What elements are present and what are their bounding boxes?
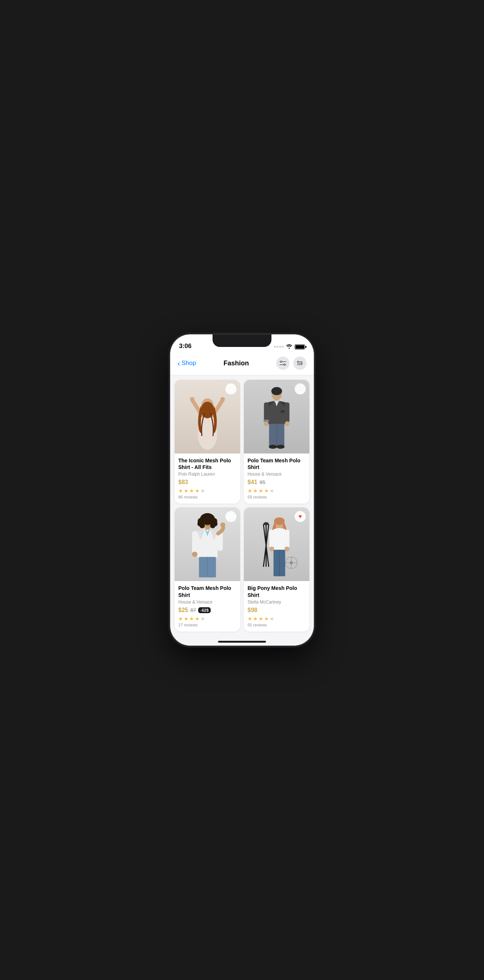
home-indicator bbox=[218, 641, 266, 643]
svg-point-14 bbox=[190, 397, 195, 401]
svg-rect-20 bbox=[264, 402, 268, 423]
svg-point-16 bbox=[201, 402, 214, 418]
star-1-1: ★ bbox=[178, 488, 183, 494]
star-3-3: ★ bbox=[189, 616, 194, 622]
product-image-3: ♡ bbox=[175, 508, 240, 581]
wifi-icon bbox=[286, 344, 292, 350]
product-name-3: Polo Team Mesh Polo Shirt bbox=[178, 585, 236, 598]
star-3-2: ★ bbox=[184, 616, 189, 622]
star-3-4: ★ bbox=[195, 616, 200, 622]
star-2-1: ★ bbox=[248, 488, 252, 494]
product-card-1[interactable]: ♡ The Iconic Mesh Polo Shirt - All Fits … bbox=[175, 380, 240, 504]
discount-badge-3: -62$ bbox=[198, 607, 211, 613]
product-name-4: Big Pony Mesh Polo Shirt bbox=[248, 585, 306, 598]
heart-empty-icon-3: ♡ bbox=[229, 513, 233, 520]
product-info-3: Polo Team Mesh Polo Shirt House & Versac… bbox=[175, 581, 240, 631]
svg-point-1 bbox=[284, 364, 285, 365]
stars-row-2: ★ ★ ★ ★ ★ bbox=[248, 488, 306, 494]
stars-row-3: ★ ★ ★ ★ ★ bbox=[178, 616, 236, 622]
price-current-2: $41 bbox=[248, 479, 257, 485]
signal-icon bbox=[274, 346, 284, 348]
svg-point-26 bbox=[269, 445, 277, 449]
product-card-3[interactable]: ♡ Polo Team Mesh Polo Shirt House & Vers… bbox=[175, 508, 240, 631]
svg-point-48 bbox=[263, 522, 268, 526]
star-3-1: ★ bbox=[178, 616, 183, 622]
svg-point-57 bbox=[269, 547, 274, 552]
svg-point-22 bbox=[264, 421, 268, 426]
svg-rect-55 bbox=[269, 530, 274, 548]
product-brand-2: House & Versace bbox=[248, 472, 306, 477]
stars-row-1: ★ ★ ★ ★ ★ bbox=[178, 488, 236, 494]
product-brand-1: Polo Ralph Lauren bbox=[178, 472, 236, 477]
svg-point-0 bbox=[280, 361, 282, 363]
product-name-1: The Iconic Mesh Polo Shirt - All Fits bbox=[178, 457, 236, 471]
svg-point-54 bbox=[274, 518, 285, 525]
star-2-3: ★ bbox=[259, 488, 263, 494]
product-card-2[interactable]: ♡ Polo Team Mesh Polo Shirt House & Vers… bbox=[244, 380, 309, 504]
product-info-2: Polo Team Mesh Polo Shirt House & Versac… bbox=[244, 453, 309, 504]
battery-icon bbox=[295, 344, 305, 350]
svg-point-58 bbox=[285, 547, 289, 552]
svg-rect-39 bbox=[192, 531, 197, 554]
reviews-count-4: 55 reviews bbox=[248, 623, 306, 627]
reviews-count-3: 27 reviews bbox=[178, 623, 236, 627]
star-4-5: ★ bbox=[270, 616, 275, 622]
product-info-4: Big Pony Mesh Polo Shirt Stella McCartne… bbox=[244, 581, 309, 631]
page-title: Fashion bbox=[196, 360, 276, 367]
favorite-btn-1[interactable]: ♡ bbox=[225, 383, 236, 395]
price-current-4: $98 bbox=[248, 607, 257, 614]
back-label: Shop bbox=[182, 360, 196, 367]
price-original-2: 85 bbox=[260, 479, 266, 485]
star-4-2: ★ bbox=[253, 616, 258, 622]
status-icons bbox=[274, 344, 305, 350]
favorite-btn-2[interactable]: ♡ bbox=[295, 383, 306, 395]
star-1-5: ★ bbox=[200, 488, 205, 494]
svg-point-41 bbox=[192, 552, 197, 557]
star-1-4: ★ bbox=[195, 488, 200, 494]
back-button[interactable]: ‹ Shop bbox=[178, 360, 196, 367]
reviews-count-1: 86 reviews bbox=[178, 495, 236, 499]
svg-rect-21 bbox=[285, 402, 289, 423]
price-row-4: $98 bbox=[248, 607, 306, 614]
chevron-left-icon: ‹ bbox=[178, 360, 180, 367]
product-card-4[interactable]: ♥ Big Pony Mesh Polo Shirt Stella McCart… bbox=[244, 508, 309, 631]
product-info-1: The Iconic Mesh Polo Shirt - All Fits Po… bbox=[175, 453, 240, 504]
price-original-3: 87 bbox=[190, 607, 196, 613]
filter-button[interactable] bbox=[276, 356, 289, 370]
svg-point-18 bbox=[271, 387, 282, 395]
svg-point-42 bbox=[220, 522, 225, 527]
star-1-3: ★ bbox=[189, 488, 194, 494]
heart-empty-icon: ♡ bbox=[229, 386, 233, 393]
svg-point-27 bbox=[276, 445, 284, 449]
svg-point-15 bbox=[220, 397, 225, 401]
phone-frame: 3:06 bbox=[170, 334, 314, 646]
price-row-2: $41 85 bbox=[248, 479, 306, 485]
svg-rect-29 bbox=[281, 410, 284, 413]
notch bbox=[213, 334, 271, 347]
star-2-5: ★ bbox=[270, 488, 275, 494]
product-brand-3: House & Versace bbox=[178, 600, 236, 605]
price-row-3: $25 87 -62$ bbox=[178, 607, 236, 614]
star-4-4: ★ bbox=[264, 616, 269, 622]
svg-point-23 bbox=[285, 421, 289, 426]
heart-empty-icon-2: ♡ bbox=[298, 386, 303, 393]
sort-button[interactable] bbox=[293, 356, 306, 370]
heart-filled-icon: ♥ bbox=[298, 513, 302, 520]
status-time: 3:06 bbox=[179, 342, 192, 350]
stars-row-4: ★ ★ ★ ★ ★ bbox=[248, 616, 306, 622]
star-2-4: ★ bbox=[264, 488, 269, 494]
product-list: ♡ The Iconic Mesh Polo Shirt - All Fits … bbox=[170, 375, 314, 646]
star-1-2: ★ bbox=[184, 488, 189, 494]
star-4-3: ★ bbox=[259, 616, 263, 622]
price-row-1: $83 bbox=[178, 479, 236, 485]
svg-rect-28 bbox=[263, 420, 269, 422]
phone-screen: 3:06 bbox=[170, 334, 314, 646]
product-name-2: Polo Team Mesh Polo Shirt bbox=[248, 457, 306, 471]
product-image-4: ♥ bbox=[244, 508, 309, 581]
product-image-2: ♡ bbox=[244, 380, 309, 453]
product-brand-4: Stella McCartney bbox=[248, 600, 306, 605]
reviews-count-2: 59 reviews bbox=[248, 495, 306, 499]
header-actions bbox=[276, 356, 306, 370]
page-header: ‹ Shop Fashion bbox=[170, 353, 314, 375]
star-4-1: ★ bbox=[248, 616, 252, 622]
